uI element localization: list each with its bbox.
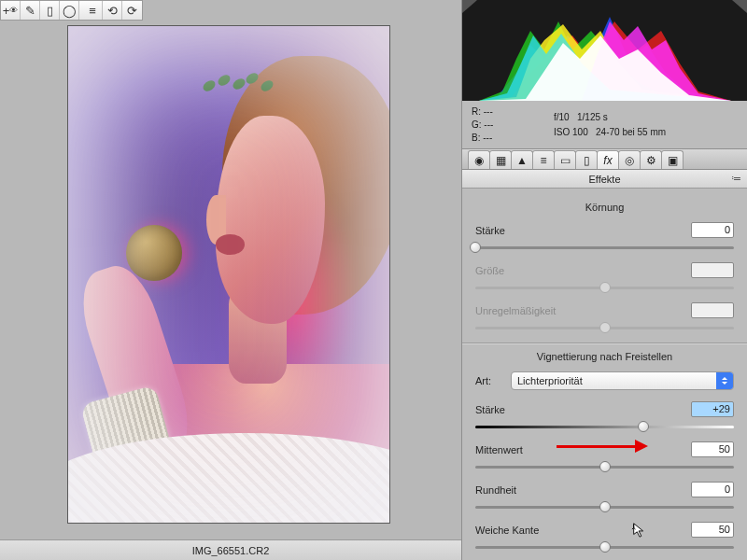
shadow-clip-indicator[interactable] [462, 0, 477, 13]
lens-text: 24-70 bei 55 mm [596, 127, 666, 137]
tab-split[interactable]: ▭ [554, 150, 576, 169]
radial-tool[interactable]: ◯ [60, 1, 79, 20]
eyedropper-plus-tool[interactable]: +👁 [1, 1, 21, 20]
histogram[interactable] [462, 0, 747, 101]
vignette-feather-label: Weiche Kante [475, 525, 691, 536]
vignette-midpoint-value[interactable]: 50 [691, 441, 734, 457]
vignette-feather-value[interactable]: 50 [691, 522, 734, 538]
panel-tabs: ◉ ▦ ▲ ≡ ▭ ▯ fx ◎ ⚙ ▣ [462, 149, 747, 170]
preview-area: IMG_66551.CR2 [0, 21, 461, 560]
list-icon[interactable]: ≡ [83, 1, 103, 20]
effects-panel-body: Körnung Stärke 0 Größe Unregelmäßigkeit … [462, 189, 747, 560]
vignette-midpoint-slider[interactable] [475, 459, 734, 474]
panel-menu-icon[interactable]: ≔ [731, 173, 741, 185]
grain-rough-label: Unregelmäßigkeit [475, 305, 691, 316]
vignette-section-title: Vignettierung nach Freistellen [475, 351, 734, 362]
vignette-roundness-slider[interactable] [475, 499, 734, 514]
rotate-ccw-icon[interactable]: ⟲ [103, 1, 122, 20]
image-canvas[interactable] [67, 25, 390, 524]
vignette-style-label: Art: [475, 375, 511, 386]
preview-toolbar: +👁 ✎ ▯ ◯ ≡ ⟲ ⟳ [0, 0, 143, 21]
iso-text: ISO 100 [554, 127, 588, 137]
filename-bar: IMG_66551.CR2 [0, 539, 461, 560]
highlight-clip-indicator[interactable] [732, 0, 747, 13]
tab-camera[interactable]: ◎ [618, 150, 641, 169]
brush-tool[interactable]: ✎ [21, 1, 40, 20]
vignette-midpoint-label: Mittenwert [475, 444, 691, 455]
grain-amount-slider[interactable] [475, 240, 734, 255]
grain-amount-label: Stärke [475, 225, 691, 236]
vignette-style-value: Lichterpriorität [517, 375, 583, 386]
chevron-updown-icon [716, 372, 733, 389]
metadata-row: R: --- G: --- B: --- f/10 1/125 s ISO 10… [462, 101, 747, 149]
filename-text: IMG_66551.CR2 [192, 545, 270, 556]
tab-hsl[interactable]: ≡ [532, 150, 555, 169]
grain-size-slider [475, 280, 734, 295]
grain-size-label: Größe [475, 265, 691, 276]
rotate-cw-icon[interactable]: ⟳ [122, 1, 142, 20]
vignette-feather-slider[interactable] [475, 539, 734, 554]
grain-section-title: Körnung [475, 202, 734, 213]
vignette-style-select[interactable]: Lichterpriorität [511, 371, 734, 390]
panel-title-bar: Effekte ≔ [462, 170, 747, 189]
shutter-text: 1/125 s [577, 112, 608, 122]
grain-rough-slider [475, 320, 734, 335]
aperture-text: f/10 [554, 112, 570, 122]
readout-g: G: --- [472, 119, 546, 132]
gradient-tool[interactable]: ▯ [40, 1, 60, 20]
vignette-amount-slider[interactable] [475, 419, 734, 434]
tab-effects[interactable]: fx [597, 150, 619, 169]
right-panel: R: --- G: --- B: --- f/10 1/125 s ISO 10… [461, 0, 747, 560]
grain-amount-value[interactable]: 0 [691, 222, 734, 238]
panel-title-text: Effekte [588, 174, 620, 185]
vignette-amount-label: Stärke [475, 404, 691, 415]
tab-presets[interactable]: ⚙ [640, 150, 662, 169]
readout-b: B: --- [472, 132, 546, 145]
tab-lens[interactable]: ▯ [575, 150, 598, 169]
vignette-amount-value[interactable]: +29 [691, 401, 734, 417]
tab-snapshots[interactable]: ▣ [661, 150, 684, 169]
tab-basic[interactable]: ◉ [468, 150, 490, 169]
tab-curve[interactable]: ▦ [489, 150, 512, 169]
readout-r: R: --- [472, 105, 546, 119]
tab-detail[interactable]: ▲ [511, 150, 533, 169]
grain-size-value [691, 262, 734, 278]
vignette-roundness-value[interactable]: 0 [691, 482, 734, 497]
grain-rough-value [691, 302, 734, 318]
vignette-roundness-label: Rundheit [475, 484, 691, 496]
